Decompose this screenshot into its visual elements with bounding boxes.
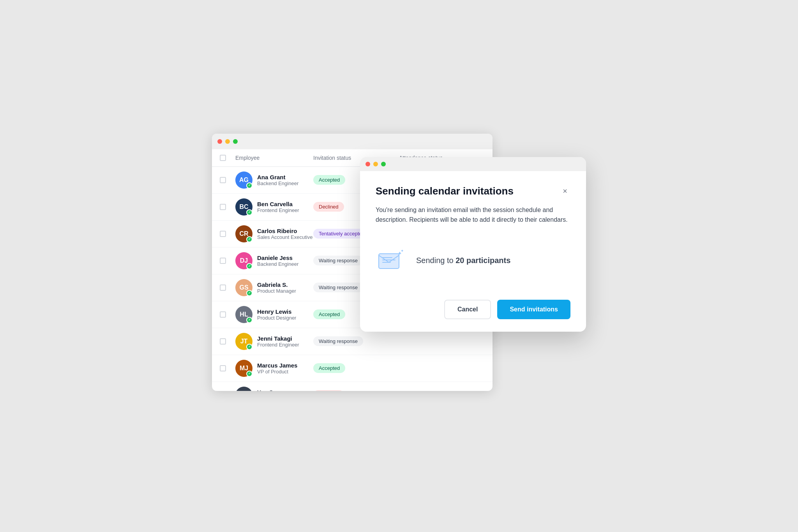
- dialog-actions: Cancel Send invitations: [376, 300, 570, 319]
- invitation-status-cell: Accepted: [313, 363, 399, 373]
- avatar-badge: [246, 371, 252, 377]
- row-checkbox-cell[interactable]: [220, 177, 235, 183]
- avatar-badge: [246, 236, 252, 242]
- employee-info: Henry Lewis Product Designer: [257, 308, 296, 321]
- avatar-badge: [246, 290, 252, 296]
- employee-name: Jenni Takagi: [257, 335, 299, 342]
- participants-label: Sending to: [416, 256, 454, 265]
- participants-row: ✦ ✦ Sending to 20 participants: [376, 237, 570, 284]
- employee-cell: CR Carlos Ribeiro Sales Account Executiv…: [235, 225, 313, 242]
- avatar-badge: [246, 182, 252, 189]
- svg-rect-0: [379, 254, 399, 269]
- employee-name: Henry Lewis: [257, 308, 296, 315]
- svg-text:✦: ✦: [401, 249, 404, 253]
- invitation-status-badge: Waiting response: [313, 256, 363, 265]
- avatar-badge: [246, 344, 252, 350]
- employee-name: Carlos Ribeiro: [257, 228, 312, 234]
- row-checkbox[interactable]: [220, 204, 226, 210]
- employee-info: Yan Sa Backend Engineer: [257, 389, 298, 391]
- row-checkbox-cell[interactable]: [220, 204, 235, 210]
- row-checkbox[interactable]: [220, 365, 226, 371]
- row-checkbox-cell[interactable]: [220, 285, 235, 291]
- avatar-wrap: BC: [235, 198, 252, 216]
- invitation-status-badge: Declined: [313, 202, 344, 212]
- row-checkbox-cell[interactable]: [220, 258, 235, 264]
- employee-cell: DJ Daniele Jess Backend Engineer: [235, 252, 313, 269]
- dialog-titlebar: [360, 157, 586, 171]
- row-checkbox[interactable]: [220, 285, 226, 291]
- employee-cell: MJ Marcus James VP of Product: [235, 360, 313, 377]
- employee-role: Frontend Engineer: [257, 342, 299, 348]
- employee-role: Backend Engineer: [257, 180, 298, 186]
- dialog-traffic-yellow[interactable]: [373, 162, 378, 166]
- employee-info: Gabriela S. Product Manager: [257, 281, 296, 294]
- header-checkbox-cell[interactable]: [220, 155, 235, 161]
- avatar-wrap: DJ: [235, 252, 252, 269]
- employee-info: Carlos Ribeiro Sales Account Executive: [257, 228, 312, 240]
- avatar-badge: [246, 263, 252, 269]
- traffic-light-red[interactable]: [217, 139, 222, 144]
- employee-name: Ana Grant: [257, 174, 298, 180]
- table-row: JT Jenni Takagi Frontend Engineer Waitin…: [212, 328, 493, 355]
- table-row: MJ Marcus James VP of Product Accepted: [212, 355, 493, 382]
- participants-count: 20 participants: [455, 256, 510, 265]
- employee-cell: JT Jenni Takagi Frontend Engineer: [235, 333, 313, 350]
- row-checkbox[interactable]: [220, 338, 226, 345]
- avatar-wrap: AG: [235, 171, 252, 189]
- avatar-wrap: JT: [235, 333, 252, 350]
- avatar-wrap: HL: [235, 306, 252, 323]
- dialog-body: Sending calendar invitations × You're se…: [360, 171, 586, 332]
- employee-cell: AG Ana Grant Backend Engineer: [235, 171, 313, 189]
- table-row: YS Yan Sa Backend Engineer Declined: [212, 382, 493, 391]
- close-button[interactable]: ×: [560, 186, 570, 197]
- dialog-traffic-green[interactable]: [381, 162, 386, 166]
- dialog-traffic-red[interactable]: [365, 162, 370, 166]
- row-checkbox[interactable]: [220, 258, 226, 264]
- cancel-button[interactable]: Cancel: [444, 300, 491, 319]
- employee-role: VP of Product: [257, 369, 297, 375]
- invitation-status-badge: Accepted: [313, 363, 345, 373]
- dialog-window: Sending calendar invitations × You're se…: [360, 157, 586, 332]
- row-checkbox-cell[interactable]: [220, 231, 235, 237]
- employee-role: Product Manager: [257, 288, 296, 294]
- traffic-light-green[interactable]: [233, 139, 238, 144]
- employee-name: Ben Carvella: [257, 201, 299, 207]
- select-all-checkbox[interactable]: [220, 155, 226, 161]
- row-checkbox-cell[interactable]: [220, 311, 235, 318]
- invitation-status-badge: Waiting response: [313, 283, 363, 292]
- row-checkbox[interactable]: [220, 177, 226, 183]
- employee-name: Gabriela S.: [257, 281, 296, 288]
- employee-cell: HL Henry Lewis Product Designer: [235, 306, 313, 323]
- dialog-title: Sending calendar invitations: [376, 185, 514, 197]
- avatar: YS: [235, 387, 252, 391]
- main-titlebar: [212, 134, 493, 149]
- invitation-status-badge: Waiting response: [313, 336, 363, 346]
- employee-cell: YS Yan Sa Backend Engineer: [235, 387, 313, 391]
- row-checkbox[interactable]: [220, 231, 226, 237]
- employee-name: Marcus James: [257, 362, 297, 369]
- employee-role: Sales Account Executive: [257, 234, 312, 240]
- row-checkbox[interactable]: [220, 311, 226, 318]
- traffic-light-yellow[interactable]: [225, 139, 230, 144]
- row-checkbox-cell[interactable]: [220, 338, 235, 345]
- invitation-status-cell: Declined: [313, 390, 399, 391]
- employee-role: Backend Engineer: [257, 261, 298, 267]
- invitation-status-badge: Accepted: [313, 309, 345, 319]
- avatar-wrap: GS: [235, 279, 252, 296]
- row-checkbox-cell[interactable]: [220, 365, 235, 371]
- send-invitations-button[interactable]: Send invitations: [497, 300, 570, 319]
- employee-info: Daniele Jess Backend Engineer: [257, 255, 298, 267]
- employee-role: Product Designer: [257, 315, 296, 321]
- employee-name: Daniele Jess: [257, 255, 298, 261]
- avatar-wrap: MJ: [235, 360, 252, 377]
- participants-text: Sending to 20 participants: [416, 256, 510, 265]
- employee-info: Marcus James VP of Product: [257, 362, 297, 375]
- employee-info: Jenni Takagi Frontend Engineer: [257, 335, 299, 348]
- employee-cell: BC Ben Carvella Frontend Engineer: [235, 198, 313, 216]
- dialog-description: You're sending an invitation email with …: [376, 205, 570, 225]
- envelope-icon: ✦ ✦: [376, 245, 407, 276]
- employee-name: Yan Sa: [257, 389, 298, 391]
- dialog-title-row: Sending calendar invitations ×: [376, 185, 570, 197]
- avatar-wrap: CR: [235, 225, 252, 242]
- invitation-status-badge: Accepted: [313, 175, 345, 185]
